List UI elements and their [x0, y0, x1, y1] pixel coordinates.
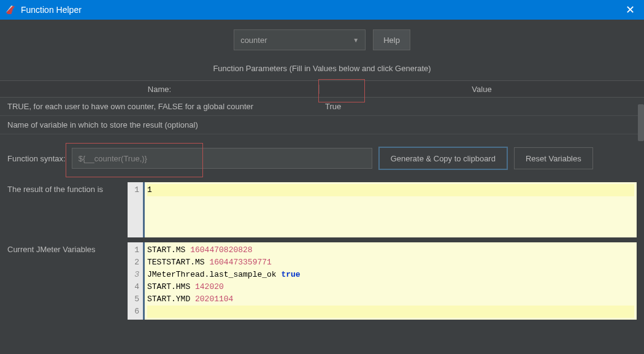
generate-button[interactable]: Generate & Copy to clipboard	[378, 147, 508, 170]
vars-label: Current JMeter Variables	[7, 242, 128, 320]
result-output[interactable]: 1	[145, 182, 637, 237]
param-value-cell	[319, 98, 644, 115]
window-title: Function Helper	[21, 5, 82, 15]
reset-button[interactable]: Reset Variables	[514, 147, 593, 169]
param-name: TRUE, for each user to have own counter,…	[0, 102, 319, 111]
function-select[interactable]: counter ▼	[234, 29, 366, 50]
params-heading: Function Parameters (Fill in Values belo…	[0, 60, 644, 80]
result-label: The result of the function is	[7, 182, 128, 237]
result-code-area: 1 1	[128, 182, 637, 237]
jmeter-feather-icon	[6, 6, 15, 14]
param-value-input[interactable]	[325, 98, 638, 115]
close-icon[interactable]: ✕	[623, 3, 638, 17]
vars-output[interactable]: START.MS 1604470820828TESTSTART.MS 16044…	[145, 242, 637, 320]
result-block: The result of the function is 1 1	[0, 182, 644, 242]
param-value-input[interactable]	[325, 117, 638, 134]
vars-block: Current JMeter Variables 123456 START.MS…	[0, 242, 644, 325]
col-name-header: Name:	[0, 85, 319, 94]
param-value-cell	[319, 117, 644, 134]
table-row: TRUE, for each user to have own counter,…	[0, 98, 644, 116]
gutter: 123456	[128, 242, 145, 320]
chevron-down-icon: ▼	[353, 37, 359, 44]
titlebar: Function Helper ✕	[0, 0, 644, 20]
vars-code-area: 123456 START.MS 1604470820828TESTSTART.M…	[128, 242, 637, 320]
gutter: 1	[128, 182, 145, 237]
help-button[interactable]: Help	[373, 29, 410, 50]
top-controls: counter ▼ Help	[0, 20, 644, 60]
syntax-label: Function syntax:	[7, 154, 66, 163]
param-name: Name of variable in which to store the r…	[0, 120, 319, 129]
syntax-input[interactable]	[72, 148, 372, 169]
param-header: Name: Value	[0, 80, 644, 98]
table-row: Name of variable in which to store the r…	[0, 116, 644, 134]
syntax-row: Function syntax: Generate & Copy to clip…	[0, 134, 644, 182]
content-area: counter ▼ Help Function Parameters (Fill…	[0, 20, 644, 354]
function-select-value: counter	[240, 36, 353, 45]
param-table: Name: Value TRUE, for each user to have …	[0, 80, 644, 134]
col-value-header: Value	[319, 85, 644, 94]
